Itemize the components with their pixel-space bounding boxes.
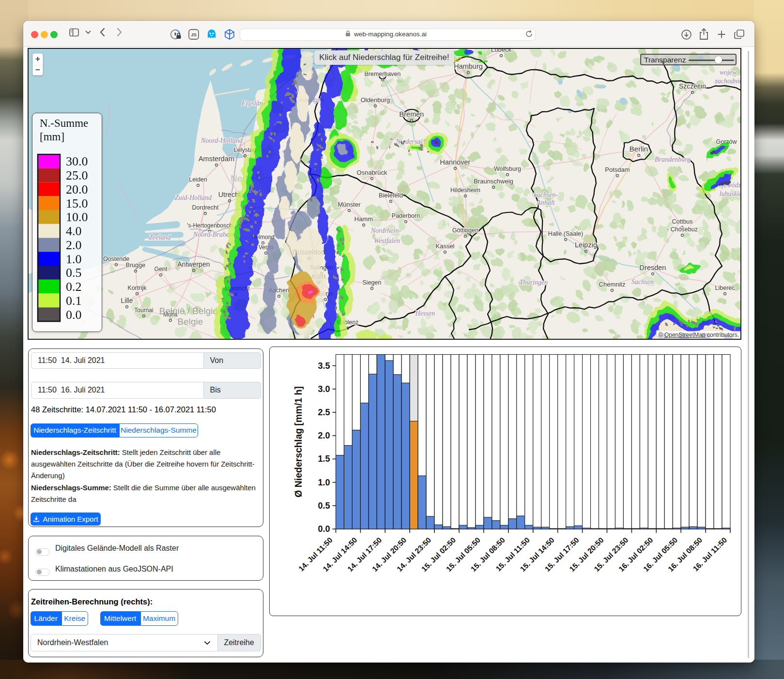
svg-text:Bielefeld: Bielefeld [379, 192, 403, 199]
svg-text:Amsterdam: Amsterdam [199, 155, 234, 163]
svg-text:Lille: Lille [121, 297, 133, 304]
svg-text:0.0: 0.0 [318, 524, 330, 534]
svg-text:Osnabrück: Osnabrück [357, 169, 387, 176]
svg-text:Tournai: Tournai [134, 307, 153, 314]
svg-text:Leipzig: Leipzig [575, 241, 597, 249]
svg-text:Sachsen-: Sachsen- [534, 191, 558, 198]
svg-text:2.0: 2.0 [318, 431, 330, 440]
svg-text:10.0: 10.0 [66, 210, 88, 224]
svg-text:Kassel: Kassel [435, 242, 454, 250]
svg-text:1.0: 1.0 [318, 478, 330, 487]
svg-text:30.0: 30.0 [66, 154, 88, 168]
svg-text:Brandenburg: Brandenburg [655, 156, 691, 163]
svg-text:1.0: 1.0 [66, 252, 82, 266]
svg-text:Bremen: Bremen [400, 110, 424, 118]
svg-text:Belgie: Belgie [178, 317, 203, 327]
svg-text:Antwerpen: Antwerpen [178, 260, 210, 268]
svg-text:15.0: 15.0 [66, 196, 88, 211]
svg-text:3.5: 3.5 [318, 361, 330, 371]
svg-text:Oostende: Oostende [103, 256, 129, 262]
svg-text:20.0: 20.0 [66, 182, 88, 196]
svg-text:25.0: 25.0 [66, 168, 88, 182]
svg-text:Hamburg: Hamburg [454, 62, 483, 70]
svg-text:Gent: Gent [154, 266, 168, 272]
svg-text:Kortrijk: Kortrijk [128, 285, 147, 291]
svg-text:Göttingen: Göttingen [452, 227, 478, 234]
svg-text:Szczecin: Szczecin [679, 82, 706, 90]
svg-text:Zeeland: Zeeland [149, 234, 171, 241]
svg-text:Dresden: Dresden [640, 264, 666, 272]
svg-text:3.0: 3.0 [318, 384, 330, 394]
svg-text:Münster: Münster [338, 201, 361, 208]
svg-text:Leiden: Leiden [189, 176, 207, 183]
svg-text:Anhalt: Anhalt [536, 199, 555, 206]
svg-text:4.0: 4.0 [66, 224, 82, 238]
svg-text:2.0: 2.0 [66, 238, 82, 252]
svg-text:Liberec: Liberec [715, 285, 735, 291]
svg-text:Hessen: Hessen [415, 310, 435, 317]
svg-text:Berlin: Berlin [630, 145, 648, 153]
svg-text:Oldenburg: Oldenburg [361, 96, 390, 104]
svg-text:wojew.: wojew. [720, 69, 738, 76]
svg-text:Bremerhaven: Bremerhaven [364, 71, 400, 77]
svg-text:Siegen: Siegen [363, 279, 382, 286]
svg-text:Dordrecht: Dordrecht [192, 204, 219, 211]
svg-text:1.5: 1.5 [318, 454, 330, 464]
svg-text:Ø Niederschlag [mm/1 h]: Ø Niederschlag [mm/1 h] [293, 386, 304, 498]
svg-text:Sachsen: Sachsen [631, 278, 654, 286]
svg-text:Braunschweig: Braunschweig [474, 178, 513, 185]
svg-text:Brugge: Brugge [126, 262, 145, 269]
svg-text:Westfalen: Westfalen [374, 237, 400, 244]
svg-text:0.5: 0.5 [66, 266, 82, 280]
svg-text:Chemnitz: Chemnitz [599, 281, 626, 288]
svg-text:Zuid-Holland: Zuid-Holland [175, 194, 212, 201]
svg-text:Thüringen: Thüringen [520, 279, 548, 286]
svg-text:Halle (Saale): Halle (Saale) [548, 230, 583, 237]
svg-text:Paderborn: Paderborn [392, 212, 420, 219]
svg-text:Hannover: Hannover [440, 158, 471, 166]
svg-text:lubuskie: lubuskie [720, 190, 741, 197]
svg-text:Wolfsburg: Wolfsburg [494, 166, 521, 172]
svg-text:Fryslân: Fryslân [241, 100, 263, 107]
svg-text:zachodnio: zachodnio [714, 77, 741, 85]
svg-text:- Chóśebuz: - Chóśebuz [667, 226, 698, 233]
svg-text:Cottbus: Cottbus [672, 218, 692, 225]
svg-text:JS: JS [191, 32, 197, 37]
svg-text:Potsdam: Potsdam [605, 166, 630, 173]
svg-text:Noord-Holland: Noord-Holland [200, 137, 243, 144]
svg-text:0.5: 0.5 [318, 501, 330, 511]
svg-text:Hamm: Hamm [354, 215, 373, 223]
svg-text:2.5: 2.5 [318, 407, 330, 417]
svg-text:0.0: 0.0 [66, 308, 82, 322]
svg-text:0.2: 0.2 [66, 280, 82, 294]
svg-text:'s-Hertogenbosch: 's-Hertogenbosch [187, 222, 232, 229]
svg-text:Hildesheim: Hildesheim [450, 187, 480, 194]
svg-text:Nordrhein-: Nordrhein- [370, 227, 401, 234]
svg-text:0.1: 0.1 [66, 294, 82, 308]
